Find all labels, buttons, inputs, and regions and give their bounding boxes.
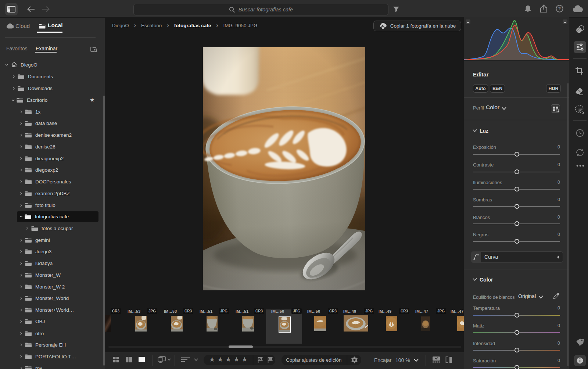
svg-text:?: ?	[558, 6, 561, 11]
